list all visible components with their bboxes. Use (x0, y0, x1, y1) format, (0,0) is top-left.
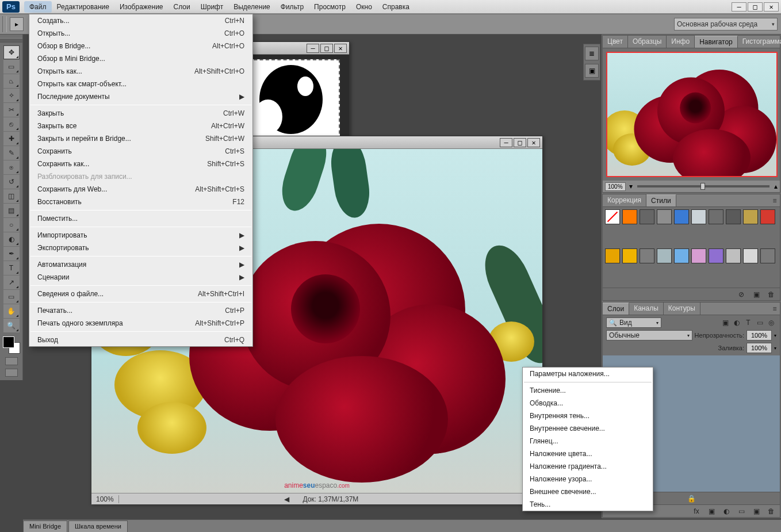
menu-фильтр[interactable]: Фильтр (275, 1, 309, 13)
style-swatch[interactable] (657, 248, 672, 263)
tool-preset-icon[interactable]: ▸ (10, 17, 24, 31)
doc-minimize-icon[interactable]: — (307, 44, 319, 53)
menuitem-сохранить[interactable]: СохранитьCtrl+S (29, 145, 252, 158)
filter-img-icon[interactable]: ▣ (720, 317, 730, 328)
doc-info[interactable]: Док: 1,37M/1,37M (291, 495, 370, 503)
layer-mask-icon[interactable]: ▣ (706, 506, 717, 516)
maximize-button[interactable]: □ (748, 2, 763, 12)
layer-adj-icon[interactable]: ◐ (721, 506, 732, 516)
menuitem-обзор-в-bridge-[interactable]: Обзор в Bridge...Alt+Ctrl+O (29, 40, 252, 52)
menuitem-сценарии[interactable]: Сценарии▶ (29, 271, 252, 284)
fx-наложение-цвета-[interactable]: Наложение цвета... (523, 447, 653, 460)
style-swatch[interactable] (605, 209, 620, 224)
doc-close-icon[interactable]: ✕ (334, 44, 347, 53)
path-tool[interactable]: ↗ (3, 275, 20, 289)
zoom-value[interactable]: 100% (91, 495, 119, 503)
quickmask-icon[interactable] (5, 357, 18, 365)
menuitem-обзор-в-mini-bridge-[interactable]: Обзор в Mini Bridge... (29, 52, 252, 65)
layer-new-icon[interactable]: ▣ (751, 506, 761, 516)
fill-value[interactable]: 100% (746, 343, 772, 353)
new-icon[interactable]: ▣ (751, 289, 761, 300)
clear-icon[interactable]: ⊘ (736, 289, 746, 300)
layer-group-icon[interactable]: ▭ (736, 506, 746, 516)
menuitem-восстановить[interactable]: ВосстановитьF12 (29, 196, 252, 208)
lock-icon[interactable]: 🔒 (687, 495, 696, 503)
style-swatch[interactable] (709, 248, 723, 263)
style-swatch[interactable] (657, 209, 672, 224)
tab-стили[interactable]: Стили (646, 194, 676, 206)
style-swatch[interactable] (726, 209, 741, 224)
close-button[interactable]: ✕ (764, 2, 779, 12)
menuitem-сохранить-для-web-[interactable]: Сохранить для Web...Alt+Shift+Ctrl+S (29, 183, 252, 196)
actions-panel-icon[interactable]: ▣ (585, 64, 599, 78)
menuitem-сведения-о-файле-[interactable]: Сведения о файле...Alt+Shift+Ctrl+I (29, 288, 252, 300)
screenmode-icon[interactable] (5, 369, 18, 377)
menuitem-закрыть-все[interactable]: Закрыть всеAlt+Ctrl+W (29, 120, 252, 132)
menu-редактирование[interactable]: Редактирование (52, 1, 114, 13)
style-swatch[interactable] (743, 209, 758, 224)
doc-close-icon[interactable]: ✕ (527, 138, 540, 147)
gradient-tool[interactable]: ▤ (3, 204, 20, 217)
navigator-zoom-value[interactable]: 100% (605, 182, 626, 191)
panel-menu-icon[interactable]: ≡ (769, 303, 780, 315)
blur-tool[interactable]: ○ (3, 218, 20, 232)
menuitem-последние-документы[interactable]: Последние документы▶ (29, 90, 252, 103)
style-swatch[interactable] (743, 248, 758, 263)
brush-tool[interactable]: ✎ (3, 146, 20, 160)
menuitem-создать-[interactable]: Создать...Ctrl+N (29, 14, 252, 27)
menu-окно[interactable]: Окно (351, 1, 377, 13)
doc-maximize-icon[interactable]: □ (320, 44, 333, 53)
fx-наложение-узора-[interactable]: Наложение узора... (523, 473, 653, 485)
menuitem-импортировать[interactable]: Импортировать▶ (29, 229, 252, 242)
tab-гистограмма[interactable]: Гистограмма (738, 36, 781, 48)
fx-тень-[interactable]: Тень... (523, 498, 653, 511)
menuitem-поместить-[interactable]: Поместить... (29, 212, 252, 225)
menuitem-печатать-[interactable]: Печатать...Ctrl+P (29, 304, 252, 317)
fx-внутреннее-свечение-[interactable]: Внутреннее свечение... (523, 422, 653, 435)
stamp-tool[interactable]: ⍟ (3, 160, 20, 174)
menuitem-закрыть[interactable]: ЗакрытьCtrl+W (29, 107, 252, 120)
zoom-out-icon[interactable]: ▾ (629, 182, 633, 190)
color-swatch[interactable] (3, 336, 20, 354)
style-swatch[interactable] (760, 209, 775, 224)
filter-fx-icon[interactable]: ◐ (732, 317, 742, 328)
dodge-tool[interactable]: ◐ (3, 232, 20, 246)
tab-образцы[interactable]: Образцы (628, 36, 667, 48)
history-tool[interactable]: ↺ (3, 175, 20, 189)
navigator-thumbnail[interactable] (606, 52, 778, 177)
menu-шрифт[interactable]: Шрифт (196, 1, 228, 13)
workspace-select[interactable]: Основная рабочая среда (674, 18, 778, 30)
style-swatch[interactable] (709, 209, 723, 224)
style-swatch[interactable] (691, 248, 706, 263)
style-swatch[interactable] (726, 248, 741, 263)
bottom-tab-шкала-времени[interactable]: Шкала времени (68, 520, 128, 532)
heal-tool[interactable]: ✚ (3, 132, 20, 146)
menuitem-открыть-[interactable]: Открыть...Ctrl+O (29, 27, 252, 40)
menu-выделение[interactable]: Выделение (228, 1, 275, 13)
fx-внешнее-свечение-[interactable]: Внешнее свечение... (523, 485, 653, 498)
fx-внутренняя-тень-[interactable]: Внутренняя тень... (523, 409, 653, 422)
fx-параметры-наложения-[interactable]: Параметры наложения... (523, 368, 653, 380)
zoom-tool[interactable]: 🔍 (3, 319, 20, 332)
style-swatch[interactable] (622, 248, 637, 263)
bottom-tab-mini-bridge[interactable]: Mini Bridge (23, 520, 67, 532)
filter-smart-icon[interactable]: ◎ (766, 317, 776, 328)
menu-справка[interactable]: Справка (377, 1, 415, 13)
menuitem-открыть-как-смарт-объект-[interactable]: Открыть как смарт-объект... (29, 78, 252, 90)
menuitem-автоматизация[interactable]: Автоматизация▶ (29, 258, 252, 271)
history-panel-icon[interactable]: ≣ (585, 47, 599, 60)
tab-коррекция[interactable]: Коррекция (603, 194, 646, 206)
style-swatch[interactable] (640, 248, 654, 263)
type-tool[interactable]: T (3, 261, 20, 275)
style-swatch[interactable] (674, 209, 689, 224)
hand-tool[interactable]: ✋ (3, 304, 20, 318)
menuitem-закрыть-и-перейти-в-bridge-[interactable]: Закрыть и перейти в Bridge...Shift+Ctrl+… (29, 132, 252, 145)
menuitem-экспортировать[interactable]: Экспортировать▶ (29, 242, 252, 254)
wand-tool[interactable]: ✧ (3, 89, 20, 102)
shape-tool[interactable]: ▭ (3, 290, 20, 304)
menu-изображение[interactable]: Изображение (114, 1, 169, 13)
menu-файл[interactable]: Файл (24, 1, 52, 13)
tab-цвет[interactable]: Цвет (603, 36, 628, 48)
doc-maximize-icon[interactable]: □ (514, 138, 526, 147)
filter-shape-icon[interactable]: ▭ (755, 317, 765, 328)
